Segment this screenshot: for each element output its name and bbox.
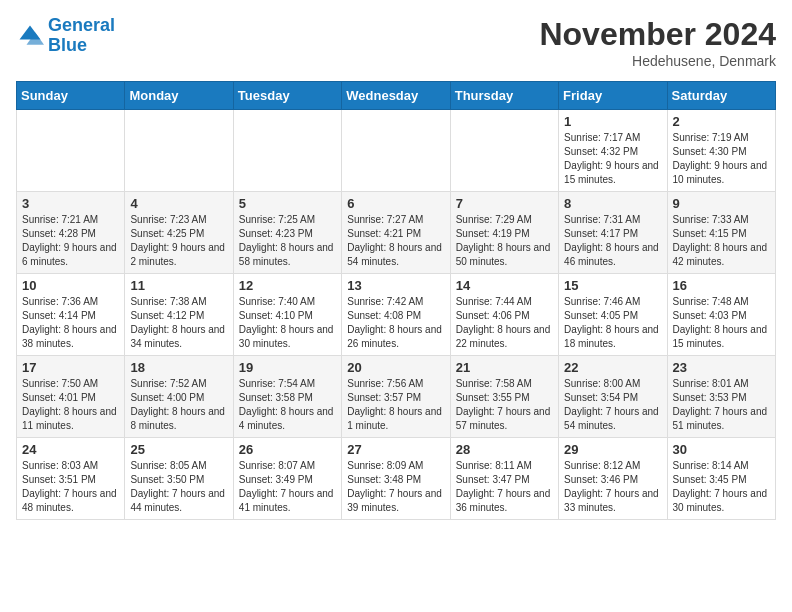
day-info: Sunrise: 7:21 AM Sunset: 4:28 PM Dayligh… bbox=[22, 213, 119, 269]
day-info: Sunrise: 7:23 AM Sunset: 4:25 PM Dayligh… bbox=[130, 213, 227, 269]
month-title: November 2024 bbox=[539, 16, 776, 53]
day-info: Sunrise: 8:05 AM Sunset: 3:50 PM Dayligh… bbox=[130, 459, 227, 515]
day-info: Sunrise: 7:56 AM Sunset: 3:57 PM Dayligh… bbox=[347, 377, 444, 433]
day-info: Sunrise: 8:11 AM Sunset: 3:47 PM Dayligh… bbox=[456, 459, 553, 515]
day-info: Sunrise: 7:44 AM Sunset: 4:06 PM Dayligh… bbox=[456, 295, 553, 351]
day-info: Sunrise: 7:19 AM Sunset: 4:30 PM Dayligh… bbox=[673, 131, 770, 187]
calendar-table: SundayMondayTuesdayWednesdayThursdayFrid… bbox=[16, 81, 776, 520]
calendar-day: 11Sunrise: 7:38 AM Sunset: 4:12 PM Dayli… bbox=[125, 274, 233, 356]
weekday-header: Thursday bbox=[450, 82, 558, 110]
day-info: Sunrise: 7:17 AM Sunset: 4:32 PM Dayligh… bbox=[564, 131, 661, 187]
day-number: 15 bbox=[564, 278, 661, 293]
calendar-week: 24Sunrise: 8:03 AM Sunset: 3:51 PM Dayli… bbox=[17, 438, 776, 520]
day-number: 1 bbox=[564, 114, 661, 129]
day-number: 11 bbox=[130, 278, 227, 293]
day-info: Sunrise: 7:27 AM Sunset: 4:21 PM Dayligh… bbox=[347, 213, 444, 269]
calendar-day: 27Sunrise: 8:09 AM Sunset: 3:48 PM Dayli… bbox=[342, 438, 450, 520]
day-info: Sunrise: 7:42 AM Sunset: 4:08 PM Dayligh… bbox=[347, 295, 444, 351]
calendar-day: 17Sunrise: 7:50 AM Sunset: 4:01 PM Dayli… bbox=[17, 356, 125, 438]
day-number: 10 bbox=[22, 278, 119, 293]
day-number: 20 bbox=[347, 360, 444, 375]
day-info: Sunrise: 8:12 AM Sunset: 3:46 PM Dayligh… bbox=[564, 459, 661, 515]
calendar-day: 30Sunrise: 8:14 AM Sunset: 3:45 PM Dayli… bbox=[667, 438, 775, 520]
calendar-day bbox=[125, 110, 233, 192]
day-number: 28 bbox=[456, 442, 553, 457]
day-info: Sunrise: 7:31 AM Sunset: 4:17 PM Dayligh… bbox=[564, 213, 661, 269]
day-info: Sunrise: 7:46 AM Sunset: 4:05 PM Dayligh… bbox=[564, 295, 661, 351]
day-number: 19 bbox=[239, 360, 336, 375]
calendar-day: 16Sunrise: 7:48 AM Sunset: 4:03 PM Dayli… bbox=[667, 274, 775, 356]
calendar-day: 8Sunrise: 7:31 AM Sunset: 4:17 PM Daylig… bbox=[559, 192, 667, 274]
day-info: Sunrise: 8:00 AM Sunset: 3:54 PM Dayligh… bbox=[564, 377, 661, 433]
calendar-day: 22Sunrise: 8:00 AM Sunset: 3:54 PM Dayli… bbox=[559, 356, 667, 438]
calendar-day: 12Sunrise: 7:40 AM Sunset: 4:10 PM Dayli… bbox=[233, 274, 341, 356]
weekday-header: Sunday bbox=[17, 82, 125, 110]
calendar-day: 2Sunrise: 7:19 AM Sunset: 4:30 PM Daylig… bbox=[667, 110, 775, 192]
day-info: Sunrise: 8:14 AM Sunset: 3:45 PM Dayligh… bbox=[673, 459, 770, 515]
calendar-day: 4Sunrise: 7:23 AM Sunset: 4:25 PM Daylig… bbox=[125, 192, 233, 274]
calendar-day: 7Sunrise: 7:29 AM Sunset: 4:19 PM Daylig… bbox=[450, 192, 558, 274]
calendar-day: 14Sunrise: 7:44 AM Sunset: 4:06 PM Dayli… bbox=[450, 274, 558, 356]
title-block: November 2024 Hedehusene, Denmark bbox=[539, 16, 776, 69]
calendar-day: 18Sunrise: 7:52 AM Sunset: 4:00 PM Dayli… bbox=[125, 356, 233, 438]
day-number: 30 bbox=[673, 442, 770, 457]
day-number: 3 bbox=[22, 196, 119, 211]
day-info: Sunrise: 8:01 AM Sunset: 3:53 PM Dayligh… bbox=[673, 377, 770, 433]
day-number: 9 bbox=[673, 196, 770, 211]
calendar-week: 10Sunrise: 7:36 AM Sunset: 4:14 PM Dayli… bbox=[17, 274, 776, 356]
day-info: Sunrise: 7:54 AM Sunset: 3:58 PM Dayligh… bbox=[239, 377, 336, 433]
calendar-week: 1Sunrise: 7:17 AM Sunset: 4:32 PM Daylig… bbox=[17, 110, 776, 192]
logo: GeneralBlue bbox=[16, 16, 115, 56]
weekday-header: Saturday bbox=[667, 82, 775, 110]
calendar-day: 26Sunrise: 8:07 AM Sunset: 3:49 PM Dayli… bbox=[233, 438, 341, 520]
calendar-day: 21Sunrise: 7:58 AM Sunset: 3:55 PM Dayli… bbox=[450, 356, 558, 438]
day-info: Sunrise: 7:48 AM Sunset: 4:03 PM Dayligh… bbox=[673, 295, 770, 351]
calendar-day: 19Sunrise: 7:54 AM Sunset: 3:58 PM Dayli… bbox=[233, 356, 341, 438]
day-number: 24 bbox=[22, 442, 119, 457]
page-header: GeneralBlue November 2024 Hedehusene, De… bbox=[16, 16, 776, 69]
day-info: Sunrise: 7:25 AM Sunset: 4:23 PM Dayligh… bbox=[239, 213, 336, 269]
calendar-day: 1Sunrise: 7:17 AM Sunset: 4:32 PM Daylig… bbox=[559, 110, 667, 192]
day-number: 17 bbox=[22, 360, 119, 375]
calendar-day: 25Sunrise: 8:05 AM Sunset: 3:50 PM Dayli… bbox=[125, 438, 233, 520]
day-number: 22 bbox=[564, 360, 661, 375]
day-info: Sunrise: 8:03 AM Sunset: 3:51 PM Dayligh… bbox=[22, 459, 119, 515]
calendar-day: 28Sunrise: 8:11 AM Sunset: 3:47 PM Dayli… bbox=[450, 438, 558, 520]
day-number: 25 bbox=[130, 442, 227, 457]
calendar-day: 3Sunrise: 7:21 AM Sunset: 4:28 PM Daylig… bbox=[17, 192, 125, 274]
calendar-day: 20Sunrise: 7:56 AM Sunset: 3:57 PM Dayli… bbox=[342, 356, 450, 438]
day-number: 2 bbox=[673, 114, 770, 129]
calendar-day: 23Sunrise: 8:01 AM Sunset: 3:53 PM Dayli… bbox=[667, 356, 775, 438]
day-info: Sunrise: 7:40 AM Sunset: 4:10 PM Dayligh… bbox=[239, 295, 336, 351]
location: Hedehusene, Denmark bbox=[539, 53, 776, 69]
day-number: 26 bbox=[239, 442, 336, 457]
day-info: Sunrise: 8:07 AM Sunset: 3:49 PM Dayligh… bbox=[239, 459, 336, 515]
calendar-day: 6Sunrise: 7:27 AM Sunset: 4:21 PM Daylig… bbox=[342, 192, 450, 274]
logo-icon bbox=[16, 22, 44, 50]
day-info: Sunrise: 7:33 AM Sunset: 4:15 PM Dayligh… bbox=[673, 213, 770, 269]
day-number: 14 bbox=[456, 278, 553, 293]
day-info: Sunrise: 7:58 AM Sunset: 3:55 PM Dayligh… bbox=[456, 377, 553, 433]
day-number: 27 bbox=[347, 442, 444, 457]
calendar-day: 10Sunrise: 7:36 AM Sunset: 4:14 PM Dayli… bbox=[17, 274, 125, 356]
day-info: Sunrise: 7:36 AM Sunset: 4:14 PM Dayligh… bbox=[22, 295, 119, 351]
day-info: Sunrise: 7:50 AM Sunset: 4:01 PM Dayligh… bbox=[22, 377, 119, 433]
day-number: 4 bbox=[130, 196, 227, 211]
weekday-header: Wednesday bbox=[342, 82, 450, 110]
day-info: Sunrise: 7:38 AM Sunset: 4:12 PM Dayligh… bbox=[130, 295, 227, 351]
day-number: 6 bbox=[347, 196, 444, 211]
logo-text: GeneralBlue bbox=[48, 16, 115, 56]
calendar-day bbox=[342, 110, 450, 192]
day-number: 13 bbox=[347, 278, 444, 293]
day-number: 23 bbox=[673, 360, 770, 375]
day-info: Sunrise: 7:52 AM Sunset: 4:00 PM Dayligh… bbox=[130, 377, 227, 433]
calendar-day: 9Sunrise: 7:33 AM Sunset: 4:15 PM Daylig… bbox=[667, 192, 775, 274]
weekday-header: Friday bbox=[559, 82, 667, 110]
calendar-day bbox=[17, 110, 125, 192]
day-number: 29 bbox=[564, 442, 661, 457]
calendar-day: 15Sunrise: 7:46 AM Sunset: 4:05 PM Dayli… bbox=[559, 274, 667, 356]
calendar-day: 13Sunrise: 7:42 AM Sunset: 4:08 PM Dayli… bbox=[342, 274, 450, 356]
day-info: Sunrise: 8:09 AM Sunset: 3:48 PM Dayligh… bbox=[347, 459, 444, 515]
day-number: 18 bbox=[130, 360, 227, 375]
day-number: 21 bbox=[456, 360, 553, 375]
